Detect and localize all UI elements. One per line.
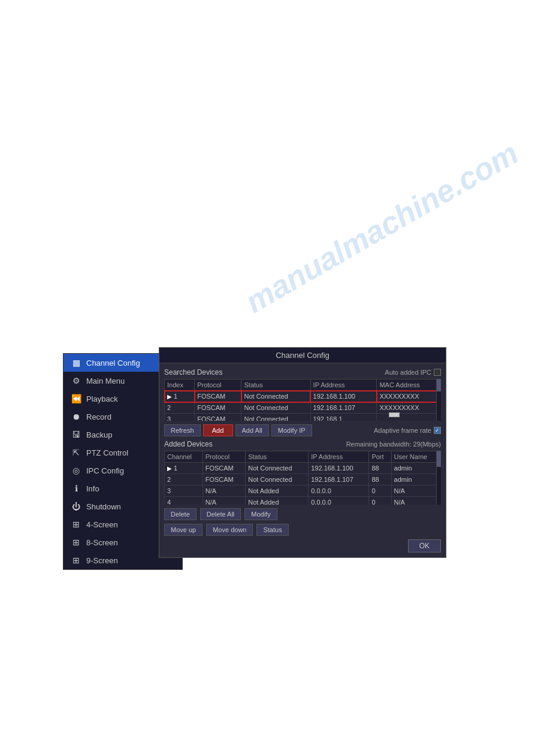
main-container: ▦ Channel Config ⚙ Main Menu ⏪ Playback … [63,353,470,570]
added-row-2[interactable]: 2 FOSCAM Not Connected 192.168.1.107 88 … [165,474,441,485]
row1-ip: 192.168.1.100 [310,391,377,402]
added-r1-status: Not Connected [246,463,309,474]
playback-icon: ⏪ [71,394,81,403]
row1-protocol: FOSCAM [195,391,241,402]
dialog-content: Searched Devices Auto added IPC Index Pr… [159,363,446,557]
auto-added-label: Auto added IPC [385,369,431,376]
adaptive-checkbox[interactable]: ✓ [434,427,441,434]
modify-button[interactable]: Modify [244,508,277,520]
sidebar-item-label: Record [86,412,111,421]
added-r2-channel: 2 [165,474,203,485]
dialog-title: Channel Config [159,348,446,363]
modify-ip-button[interactable]: Modify IP [271,424,312,436]
8screen-icon: ⊞ [71,538,81,547]
sidebar-item-label: 9-Screen [86,556,118,565]
info-icon: ℹ [71,484,81,493]
row2-mac: XXXXXXXXX [377,402,441,414]
added-row-4[interactable]: 4 N/A Not Added 0.0.0.0 0 N/A [165,497,441,505]
added-r3-port: 0 [369,485,391,497]
row1-mac: XXXXXXXXX [377,391,441,402]
added-r2-port: 88 [369,474,391,485]
9screen-icon: ⊞ [71,555,81,565]
sidebar-item-label: Channel Config [86,359,140,368]
add-col-protocol: Protocol [202,451,245,463]
auto-added-checkbox[interactable] [434,369,441,376]
main-menu-icon: ⚙ [71,376,81,385]
add-col-ip: IP Address [309,451,369,463]
4screen-icon: ⊞ [71,520,81,529]
bottom-buttons-row1: Delete Delete All Modify [164,508,441,520]
added-devices-header: Added Devices Remaining bandwidth: 29(Mb… [164,440,441,448]
col-ip: IP Address [310,379,377,391]
add-all-button[interactable]: Add All [235,424,269,436]
added-r2-status: Not Connected [246,474,309,485]
add-col-port: Port [369,451,391,463]
added-devices-table-wrapper: Channel Protocol Status IP Address Port … [164,451,441,505]
row3-ip: 192.168.1. [310,414,377,421]
ok-button[interactable]: OK [408,539,441,552]
row3-mac [377,414,441,421]
added-devices-label: Added Devices [164,440,213,448]
added-r4-protocol: N/A [202,497,245,505]
added-row-3[interactable]: 3 N/A Not Added 0.0.0.0 0 N/A [165,485,441,497]
row2-status: Not Connected [241,402,310,414]
sidebar-item-label: PTZ Control [86,448,128,457]
added-r1-protocol: FOSCAM [202,463,245,474]
searched-row-1[interactable]: ▶ 1 FOSCAM Not Connected 192.168.1.100 X… [165,391,441,402]
added-r2-username: admin [391,474,440,485]
bottom-buttons-row2: Move up Move down Status [164,524,441,536]
ipc-icon: ◎ [71,466,81,475]
delete-all-button[interactable]: Delete All [200,508,241,520]
searched-scrollbar[interactable] [436,379,441,421]
move-up-button[interactable]: Move up [164,524,202,536]
channel-config-icon: ▦ [71,358,81,368]
added-r1-channel: ▶ 1 [165,463,203,474]
row1-status: Not Connected [241,391,310,402]
sidebar-item-label: IPC Config [86,466,124,475]
added-devices-table: Channel Protocol Status IP Address Port … [164,451,441,505]
row2-index: 2 [165,402,195,414]
col-protocol: Protocol [195,379,241,391]
row3-protocol: FOSCAM [195,414,241,421]
searched-row-2[interactable]: 2 FOSCAM Not Connected 192.168.1.107 XXX… [165,402,441,414]
channel-config-dialog: Channel Config Searched Devices Auto add… [159,347,446,558]
sidebar-item-label: Info [86,484,99,493]
refresh-button[interactable]: Refresh [164,424,201,436]
add-col-username: User Name [391,451,440,463]
row2-ip: 192.168.1.107 [310,402,377,414]
backup-icon: 🖫 [71,430,81,439]
added-r1-port: 88 [369,463,391,474]
add-col-channel: Channel [165,451,203,463]
status-button[interactable]: Status [256,524,288,536]
added-scrollbar[interactable] [436,451,441,505]
added-r1-username: admin [391,463,440,474]
delete-button[interactable]: Delete [164,508,197,520]
action-buttons-row: Refresh Add Add All Modify IP Adaptive f… [164,424,441,436]
added-r3-username: N/A [391,485,440,497]
move-down-button[interactable]: Move down [206,524,253,536]
added-r4-port: 0 [369,497,391,505]
sidebar-item-label: 8-Screen [86,538,118,547]
col-mac: MAC Address [377,379,441,391]
added-r3-protocol: N/A [202,485,245,497]
added-r1-ip: 192.168.1.100 [309,463,369,474]
col-status: Status [241,379,310,391]
searched-row-3[interactable]: 3 FOSCAM Not Connected 192.168.1. [165,414,441,421]
row3-index: 3 [165,414,195,421]
added-row-1[interactable]: ▶ 1 FOSCAM Not Connected 192.168.1.100 8… [165,463,441,474]
record-icon: ⏺ [71,412,81,421]
add-button[interactable]: Add [203,424,233,436]
added-scrollbar-thumb [437,451,441,467]
added-r4-ip: 0.0.0.0 [309,497,369,505]
added-r4-username: N/A [391,497,440,505]
searched-devices-table: Index Protocol Status IP Address MAC Add… [164,379,441,421]
add-col-status: Status [246,451,309,463]
tooltip-popup [389,412,400,417]
sidebar-item-label: Backup [86,430,112,439]
added-r4-status: Not Added [246,497,309,505]
added-r3-status: Not Added [246,485,309,497]
added-r2-protocol: FOSCAM [202,474,245,485]
row1-index: ▶ 1 [165,391,195,402]
added-r2-ip: 192.168.1.107 [309,474,369,485]
sidebar-item-label: Main Menu [86,377,125,385]
